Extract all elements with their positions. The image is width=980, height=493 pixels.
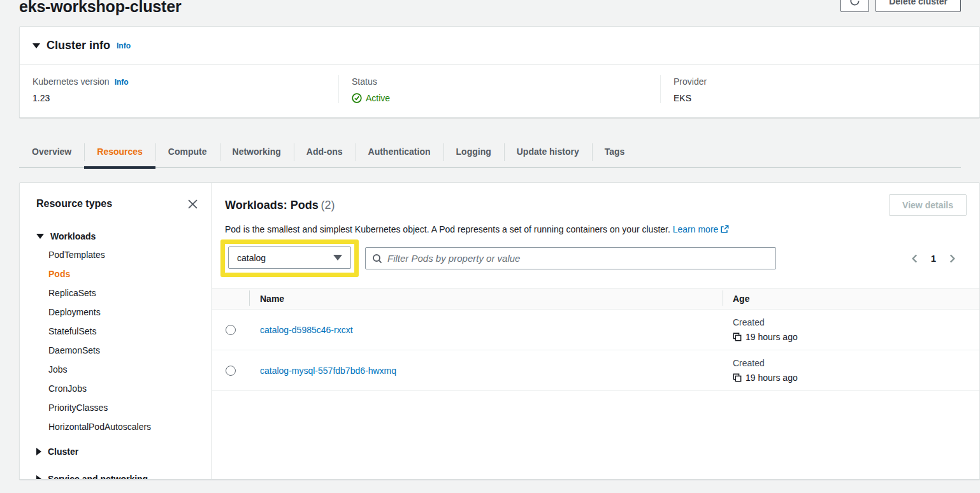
page-title: eks-workshop-cluster xyxy=(19,0,181,16)
age-created-label: Created xyxy=(733,356,979,370)
pod-name-link[interactable]: catalog-d5985c46-rxcxt xyxy=(260,325,353,335)
resources-card: Resource types Workloads PodTemplates Po… xyxy=(19,182,980,480)
sidebar-item-priorityclasses[interactable]: PriorityClasses xyxy=(36,398,199,417)
refresh-icon xyxy=(849,0,860,6)
tab-add-ons[interactable]: Add-ons xyxy=(294,137,356,168)
cluster-info-header[interactable]: Cluster info Info xyxy=(20,27,979,65)
tab-overview[interactable]: Overview xyxy=(19,137,84,168)
provider-value: EKS xyxy=(674,93,967,103)
tab-resources[interactable]: Resources xyxy=(84,137,155,168)
sidebar-item-daemonsets[interactable]: DaemonSets xyxy=(36,341,199,360)
sidebar-item-podtemplates[interactable]: PodTemplates xyxy=(36,245,199,264)
sidebar-item-horizontalpodautoscalers[interactable]: HorizontalPodAutoscalers xyxy=(36,417,199,436)
sidebar-section-service-networking[interactable]: Service and networking xyxy=(36,474,199,480)
status-value: Active xyxy=(366,93,390,103)
header-actions: Delete cluster xyxy=(840,0,961,12)
age-value-text: 19 hours ago xyxy=(746,329,798,345)
chevron-down-icon xyxy=(333,255,342,261)
cluster-info-title: Cluster info xyxy=(47,39,110,52)
check-circle-icon xyxy=(352,93,362,103)
close-icon[interactable] xyxy=(188,199,198,209)
table-header-row: Name Age xyxy=(212,288,979,310)
kubernetes-version-field: Kubernetes version Info 1.23 xyxy=(20,75,338,103)
copy-icon[interactable] xyxy=(733,332,742,341)
view-details-button[interactable]: View details xyxy=(889,194,967,216)
current-page-number[interactable]: 1 xyxy=(931,253,936,264)
pods-description-text: Pod is the smallest and simplest Kuberne… xyxy=(225,224,670,234)
resource-types-title: Resource types xyxy=(36,198,112,210)
tutorial-highlight-box: catalog xyxy=(220,239,359,277)
provider-label: Provider xyxy=(674,76,707,87)
resource-types-sidebar: Resource types Workloads PodTemplates Po… xyxy=(20,183,212,479)
pods-count: (2) xyxy=(321,199,335,211)
tab-authentication[interactable]: Authentication xyxy=(356,137,443,168)
sidebar-section-label: Cluster xyxy=(48,447,78,457)
chevron-right-icon xyxy=(36,475,41,480)
refresh-button[interactable] xyxy=(840,0,869,12)
cluster-info-info-link[interactable]: Info xyxy=(117,41,131,50)
delete-cluster-button[interactable]: Delete cluster xyxy=(876,0,961,12)
pod-name-link[interactable]: catalog-mysql-557fdb7bd6-hwxmq xyxy=(260,366,396,376)
external-link-icon xyxy=(720,225,729,234)
sidebar-item-deployments[interactable]: Deployments xyxy=(36,303,199,322)
provider-field: Provider EKS xyxy=(660,75,979,103)
next-page-icon[interactable] xyxy=(946,253,958,264)
kubernetes-version-value: 1.23 xyxy=(32,93,326,103)
name-column-header: Name xyxy=(249,294,723,304)
status-badge: Active xyxy=(352,93,647,103)
search-icon xyxy=(372,254,382,264)
learn-more-text: Learn more xyxy=(673,224,719,234)
search-box xyxy=(365,247,776,269)
sidebar-item-statefulsets[interactable]: StatefulSets xyxy=(36,322,199,341)
age-cell: Created 19 hours ago xyxy=(723,315,979,345)
filter-row: catalog 1 xyxy=(212,234,979,277)
sidebar-section-label: Workloads xyxy=(50,231,96,241)
kubernetes-version-label: Kubernetes version xyxy=(32,76,110,87)
resource-filter-dropdown[interactable]: catalog xyxy=(228,246,351,269)
row-radio-button[interactable] xyxy=(226,366,236,376)
tab-logging[interactable]: Logging xyxy=(443,137,504,168)
sidebar-section-label: Service and networking xyxy=(48,474,148,480)
page-header: eks-workshop-cluster Delete cluster xyxy=(0,0,980,16)
status-label: Status xyxy=(352,76,377,87)
status-field: Status Active xyxy=(338,75,660,103)
copy-icon[interactable] xyxy=(733,373,742,382)
tab-networking[interactable]: Networking xyxy=(220,137,294,168)
sidebar-section-workloads[interactable]: Workloads xyxy=(36,231,199,241)
age-value-text: 19 hours ago xyxy=(746,370,798,385)
age-column-header: Age xyxy=(723,294,979,304)
age-cell: Created 19 hours ago xyxy=(723,356,979,385)
chevron-right-icon xyxy=(36,448,41,455)
collapse-caret-icon[interactable] xyxy=(32,43,40,48)
pods-heading: Workloads: Pods (2) xyxy=(225,199,335,212)
pods-panel: Workloads: Pods (2) View details Pod is … xyxy=(212,183,979,479)
table-row: catalog-d5985c46-rxcxt Created 19 hours … xyxy=(212,310,979,350)
chevron-down-icon xyxy=(36,234,44,239)
age-created-label: Created xyxy=(733,315,979,329)
row-radio-button[interactable] xyxy=(226,325,236,335)
sidebar-item-pods[interactable]: Pods xyxy=(36,264,199,283)
learn-more-link[interactable]: Learn more xyxy=(673,224,730,234)
cluster-info-card: Cluster info Info Kubernetes version Inf… xyxy=(19,26,980,118)
pods-filter-input[interactable] xyxy=(387,253,769,264)
dropdown-selected-value: catalog xyxy=(237,253,266,263)
workloads-items: PodTemplates Pods ReplicaSets Deployment… xyxy=(36,245,199,436)
sidebar-item-jobs[interactable]: Jobs xyxy=(36,360,199,379)
tab-tags[interactable]: Tags xyxy=(592,137,638,168)
kubernetes-version-info-link[interactable]: Info xyxy=(115,78,129,87)
previous-page-icon[interactable] xyxy=(909,253,921,264)
tab-bar: Overview Resources Compute Networking Ad… xyxy=(19,137,961,168)
cluster-info-body: Kubernetes version Info 1.23 Status Acti… xyxy=(20,65,979,117)
pagination: 1 xyxy=(909,253,958,264)
pods-description: Pod is the smallest and simplest Kuberne… xyxy=(212,216,979,234)
tab-update-history[interactable]: Update history xyxy=(504,137,592,168)
sidebar-item-replicasets[interactable]: ReplicaSets xyxy=(36,283,199,303)
table-row: catalog-mysql-557fdb7bd6-hwxmq Created 1… xyxy=(212,350,979,391)
pods-table: Name Age catalog-d5985c46-rxcxt Created xyxy=(212,288,979,391)
sidebar-section-cluster[interactable]: Cluster xyxy=(36,447,199,457)
pods-heading-text: Workloads: Pods xyxy=(225,199,319,211)
tab-compute[interactable]: Compute xyxy=(155,137,220,168)
sidebar-item-cronjobs[interactable]: CronJobs xyxy=(36,379,199,398)
